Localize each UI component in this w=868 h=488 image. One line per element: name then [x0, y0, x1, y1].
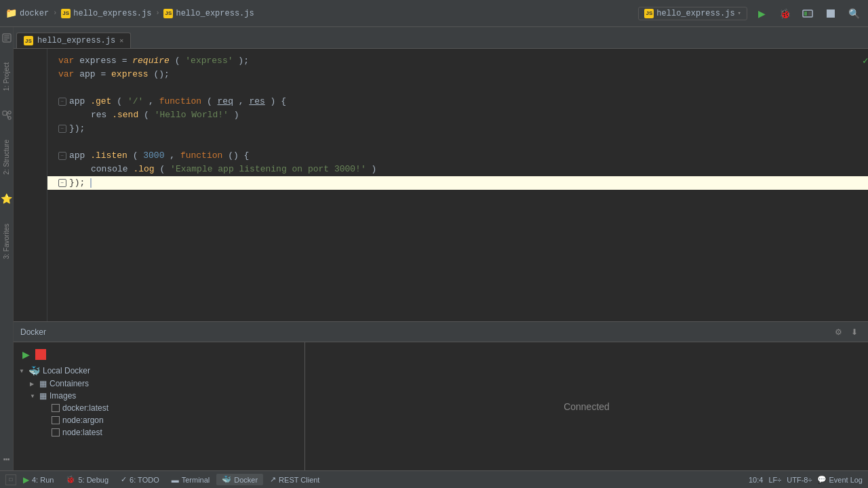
code-line-7	[58, 136, 857, 149]
code-text-6: });	[69, 122, 85, 136]
code-area[interactable]: ✓ var express = require ( 'express' );	[47, 49, 868, 321]
checkbox-node-latest[interactable]	[52, 428, 60, 436]
tree-item-docker-latest[interactable]: docker:latest	[14, 402, 304, 414]
run-button[interactable]: ▶	[753, 5, 770, 22]
code-line-8: − app .listen ( 3000 , function () {	[58, 149, 857, 163]
docker-title: Docker	[20, 327, 46, 337]
status-debug-button[interactable]: 🐞 5: Debug	[60, 474, 114, 485]
status-terminal-button[interactable]: ▬ Terminal	[166, 474, 216, 485]
svg-rect-3	[827, 9, 835, 18]
run-dot-icon: ▶	[23, 475, 29, 485]
event-log-button[interactable]: 💬 Event Log	[817, 475, 863, 484]
vertical-labels: 1: Project 2: Structure ⭐ 3: Favorites ⋯	[0, 27, 14, 470]
code-text-5: res .send ( 'Hello World!' )	[69, 108, 239, 122]
connected-status: Connected	[564, 401, 610, 412]
node-latest-label: node:latest	[62, 428, 102, 437]
file-selector[interactable]: JS hello_express.js ▾	[638, 7, 747, 20]
docker-run-button[interactable]: ▶	[19, 348, 33, 361]
docker-stop-button[interactable]	[35, 349, 46, 360]
run-label: 4: Run	[32, 476, 54, 484]
line-ending[interactable]: LF÷	[768, 476, 781, 484]
tree-arrow-containers: ▶	[30, 381, 37, 387]
cursor-position: 10:4	[749, 476, 763, 484]
code-line-2: var app = express ();	[58, 68, 857, 81]
stop-button[interactable]	[822, 5, 840, 22]
todo-icon: ✓	[121, 475, 127, 484]
status-todo-button[interactable]: ✓ 6: TODO	[115, 474, 165, 485]
left-icon-1[interactable]	[0, 30, 15, 46]
status-run-button[interactable]: ▶ 4: Run	[18, 474, 59, 486]
tab-label: hello_express.js	[37, 36, 115, 45]
tree-item-images[interactable]: ▼ ▦ Images	[14, 390, 304, 402]
favorites-label[interactable]: 3: Favorites	[1, 221, 12, 262]
fold-marker-10[interactable]: −	[58, 179, 66, 187]
fold-marker-8[interactable]: −	[58, 152, 66, 160]
file-tab-hello-express[interactable]: JS hello_express.js ✕	[16, 33, 131, 48]
code-line-9: console .log ( 'Example app listening on…	[58, 163, 857, 176]
containers-icon: ▦	[39, 379, 47, 388]
editor-tick: ✓	[863, 54, 868, 68]
docker-actions: ⚙ ⬇	[831, 325, 861, 339]
text-cursor	[90, 178, 92, 188]
tree-item-local-docker[interactable]: ▼ 🐳 Local Docker	[14, 364, 304, 378]
fold-marker-4[interactable]: −	[58, 98, 66, 106]
breadcrumb-docker[interactable]: 📁 docker	[5, 7, 49, 19]
status-docker-button[interactable]: 🐳 Docker	[216, 474, 263, 485]
breadcrumb-docker-label: docker	[20, 9, 49, 18]
left-icon-2[interactable]	[0, 107, 15, 123]
tree-item-node-latest[interactable]: node:latest	[14, 426, 304, 439]
status-left: □ ▶ 4: Run 🐞 5: Debug ✓ 6: TODO ▬ Termin…	[5, 474, 325, 486]
breadcrumb-sep-1: ›	[53, 9, 57, 17]
tab-close-icon[interactable]: ✕	[119, 37, 123, 45]
left-icon-3[interactable]: ⭐	[0, 191, 15, 207]
docker-tab-label: Docker	[234, 476, 258, 484]
svg-rect-2	[808, 12, 811, 16]
fold-marker-6[interactable]: −	[58, 125, 66, 133]
status-right: 10:4 LF÷ UTF-8÷ 💬 Event Log	[749, 475, 863, 484]
docker-settings-button[interactable]: ⚙	[831, 325, 845, 339]
debug-icon: 🐞	[66, 475, 75, 484]
svg-rect-9	[8, 111, 11, 114]
breadcrumb-file2-label: hello_express.js	[176, 9, 254, 18]
checkbox-node-argon[interactable]	[52, 416, 60, 424]
code-text-9: console .log ( 'Example app listening on…	[69, 163, 376, 176]
coverage-button[interactable]	[799, 5, 816, 22]
terminal-label: Terminal	[182, 476, 210, 484]
code-line-4: − app .get ( '/' , function ( req , res …	[58, 95, 857, 108]
code-text-1: var express = require ( 'express' );	[58, 54, 249, 68]
docker-download-button[interactable]: ⬇	[848, 325, 861, 339]
search-button[interactable]: 🔍	[845, 5, 863, 22]
tree-arrow-docker: ▼	[19, 368, 26, 374]
checkbox-docker-latest[interactable]	[52, 404, 60, 412]
breadcrumb-area: 📁 docker › JS hello_express.js › JS hell…	[5, 7, 638, 19]
docker-main-area: Connected	[305, 342, 868, 470]
node-argon-label: node:argon	[62, 415, 104, 425]
status-rest-button[interactable]: ↗ REST Client	[264, 474, 325, 485]
toolbar-right: JS hello_express.js ▾ ▶ 🐞 🔍	[638, 5, 863, 22]
structure-icon	[2, 110, 12, 120]
file-selector-label: hello_express.js	[656, 9, 734, 18]
project-label[interactable]: 1: Project	[1, 60, 12, 94]
tree-item-node-argon[interactable]: node:argon	[14, 414, 304, 426]
tree-item-containers[interactable]: ▶ ▦ Containers	[14, 378, 304, 390]
line-numbers	[14, 49, 47, 321]
more-vert-icon[interactable]: ⋯	[0, 451, 15, 468]
kw-var-1: var	[58, 56, 74, 66]
top-bar: 📁 docker › JS hello_express.js › JS hell…	[0, 0, 868, 27]
docker-content: ▶ ▼ 🐳 Local Docker ▶ ▦ Containers	[14, 342, 868, 470]
breadcrumb-file-label: hello_express.js	[73, 9, 151, 18]
structure-label[interactable]: 2: Structure	[1, 137, 12, 178]
docker-latest-label: docker:latest	[62, 403, 108, 413]
code-text-8: app .listen ( 3000 , function () {	[69, 149, 249, 163]
svg-rect-8	[3, 111, 7, 115]
charset[interactable]: UTF-8÷	[787, 476, 812, 484]
debug-button[interactable]: 🐞	[776, 5, 793, 22]
containers-label: Containers	[50, 379, 89, 388]
tab-js-icon: JS	[24, 36, 33, 45]
code-line-3	[58, 81, 857, 95]
breadcrumb-file[interactable]: JS hello_express.js	[61, 9, 151, 18]
breadcrumb-file2[interactable]: JS hello_express.js	[163, 9, 254, 18]
js-file-icon-1: JS	[61, 9, 71, 18]
svg-line-12	[7, 113, 8, 118]
editor[interactable]: ✓ var express = require ( 'express' );	[14, 49, 868, 321]
